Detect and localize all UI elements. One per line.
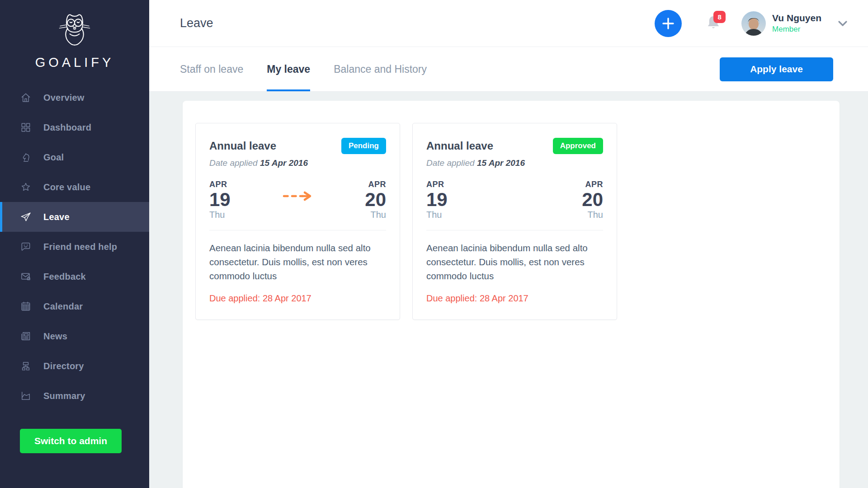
user-menu[interactable]: Vu Nguyen Member xyxy=(772,13,821,34)
date-applied: Date applied 15 Apr 2016 xyxy=(209,158,386,168)
notification-badge: 8 xyxy=(713,11,726,23)
date-applied: Date applied 15 Apr 2016 xyxy=(426,158,603,168)
summary-icon xyxy=(20,390,32,402)
sidebar-item-leave[interactable]: Leave xyxy=(0,202,149,232)
sidebar-item-friend-need-help[interactable]: Friend need help xyxy=(0,232,149,262)
knight-icon xyxy=(20,151,32,163)
start-date: APR 19 Thu xyxy=(426,180,448,220)
apply-leave-button[interactable]: Apply leave xyxy=(720,57,833,81)
add-button[interactable] xyxy=(655,10,682,37)
tab-my-leave[interactable]: My leave xyxy=(267,47,310,91)
calendar-icon xyxy=(20,300,32,312)
date-range: APR 19 Thu APR xyxy=(426,180,603,220)
divider xyxy=(209,230,386,230)
chat-icon xyxy=(20,241,32,253)
leave-type-title: Annual leave xyxy=(426,140,493,152)
tab-staff-on-leave[interactable]: Staff on leave xyxy=(180,47,243,91)
content-area: Annual leave Pending Date applied 15 Apr… xyxy=(149,92,868,488)
directory-icon xyxy=(20,360,32,372)
status-badge: Pending xyxy=(341,138,386,154)
notifications-button[interactable]: 8 xyxy=(705,14,723,33)
envelope-icon xyxy=(20,271,32,282)
tab-balance-and-history[interactable]: Balance and History xyxy=(334,47,427,91)
due-date-line: Due applied: 28 Apr 2017 xyxy=(209,293,386,304)
sidebar-item-dashboard[interactable]: Dashboard xyxy=(0,113,149,142)
sidebar-item-news[interactable]: News xyxy=(0,321,149,351)
topbar: Leave 8 xyxy=(149,0,868,47)
chevron-down-icon[interactable] xyxy=(838,20,848,27)
tab-bar: Staff on leave My leave Balance and Hist… xyxy=(149,47,868,92)
leave-description: Aenean lacinia bibendum nulla sed alto c… xyxy=(426,241,603,283)
sidebar-nav: Overview Dashboard Goal Core value Leave… xyxy=(0,83,149,411)
sidebar: GOALIFY Overview Dashboard Goal Core val… xyxy=(0,0,149,488)
leave-card-pending: Annual leave Pending Date applied 15 Apr… xyxy=(195,123,400,320)
page-title: Leave xyxy=(180,16,213,30)
brand-name: GOALIFY xyxy=(0,55,149,70)
user-name: Vu Nguyen xyxy=(772,13,821,23)
end-date: APR 20 Thu xyxy=(582,180,603,220)
star-icon xyxy=(20,181,32,193)
leave-description: Aenean lacinia bibendum nulla sed alto c… xyxy=(209,241,386,283)
user-photo xyxy=(741,11,766,36)
news-icon xyxy=(20,330,32,342)
sidebar-item-summary[interactable]: Summary xyxy=(0,381,149,411)
sidebar-item-feedback[interactable]: Feedback xyxy=(0,262,149,291)
sidebar-item-core-value[interactable]: Core value xyxy=(0,172,149,202)
due-date-line: Due applied: 28 Apr 2017 xyxy=(426,293,603,304)
leave-cards: Annual leave Pending Date applied 15 Apr… xyxy=(183,101,840,320)
switch-to-admin-button[interactable]: Switch to admin xyxy=(20,429,122,453)
sidebar-item-calendar[interactable]: Calendar xyxy=(0,291,149,321)
status-badge: Approved xyxy=(553,138,603,154)
brand-logo: GOALIFY xyxy=(0,0,149,70)
sidebar-item-directory[interactable]: Directory xyxy=(0,351,149,381)
main-area: Leave 8 xyxy=(149,0,868,488)
divider xyxy=(426,230,603,230)
paper-plane-icon xyxy=(20,211,32,223)
start-date: APR 19 Thu xyxy=(209,180,231,220)
sidebar-item-overview[interactable]: Overview xyxy=(0,83,149,113)
leave-card-approved: Annual leave Approved Date applied 15 Ap… xyxy=(412,123,617,320)
arrow-right-icon xyxy=(282,191,314,203)
home-icon xyxy=(20,92,32,103)
sidebar-item-goal[interactable]: Goal xyxy=(0,142,149,172)
owl-logo-icon xyxy=(57,11,93,51)
dashboard-icon xyxy=(20,122,32,133)
date-range: APR 19 Thu APR xyxy=(209,180,386,220)
plus-icon xyxy=(661,17,675,30)
end-date: APR 20 Thu xyxy=(365,180,386,220)
leave-type-title: Annual leave xyxy=(209,140,276,152)
avatar[interactable] xyxy=(741,11,766,36)
content-panel: Annual leave Pending Date applied 15 Apr… xyxy=(183,101,840,488)
user-role: Member xyxy=(772,25,821,34)
